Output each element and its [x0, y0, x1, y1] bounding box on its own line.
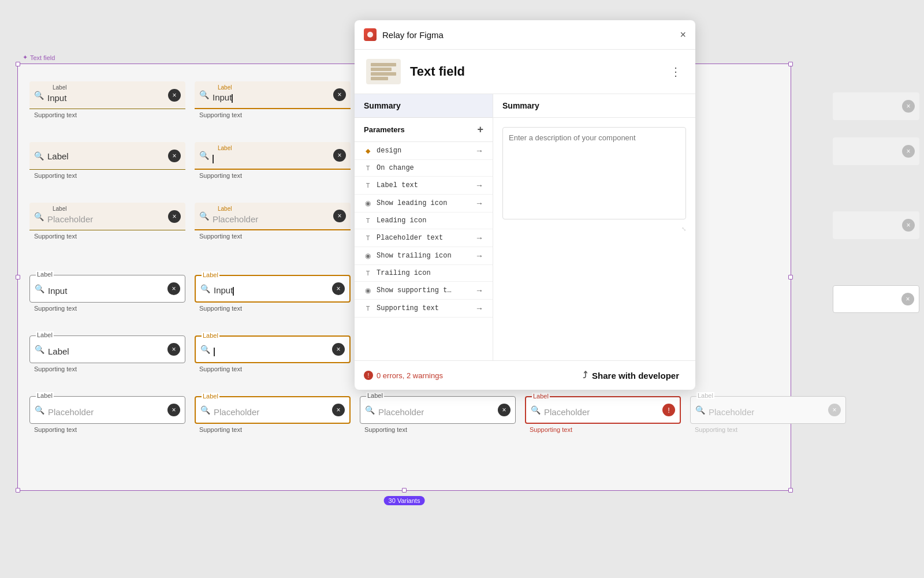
param-placeholder-text[interactable]: T Placeholder text →	[355, 229, 493, 247]
tf-input-filled-2[interactable]: Label 🔍 Input ×	[195, 81, 351, 109]
supporting-text-ph1: Supporting text	[29, 233, 185, 240]
tf-label-oe1: Label	[36, 331, 54, 338]
right-clear-3[interactable]: ×	[902, 219, 915, 232]
clear-btn-o2[interactable]: ×	[332, 282, 345, 295]
tf-input-outlined-1[interactable]: Label 🔍 Input ×	[29, 275, 185, 303]
clear-btn-ofe[interactable]: ×	[332, 343, 345, 356]
tf-input-outlined-focused-empty[interactable]: Label 🔍 ×	[195, 335, 351, 363]
param-name-labeltext: Label text	[377, 181, 471, 189]
clear-btn-2[interactable]: ×	[333, 88, 346, 101]
share-icon: ⤴	[583, 370, 587, 381]
param-show-supporting[interactable]: ◉ Show supporting t… →	[355, 282, 493, 300]
param-design[interactable]: ◆ design →	[355, 142, 493, 160]
tf-input-filled-ph-2[interactable]: Label 🔍 Placeholder ×	[195, 203, 351, 230]
corner-handle-tr[interactable]	[788, 62, 793, 66]
supporting-text-oph3: Supporting text	[360, 426, 516, 433]
tf-input-filled-ph-1[interactable]: Label 🔍 Placeholder ×	[29, 203, 185, 230]
tf-input-filled-1[interactable]: Label 🔍 Input ×	[29, 81, 185, 109]
param-name-showsupporting: Show supporting t…	[377, 286, 471, 294]
corner-handle-bm[interactable]	[402, 488, 407, 493]
clear-btn-e1[interactable]: ×	[168, 150, 181, 162]
param-arrow-labeltext: →	[475, 181, 483, 190]
share-label: Share with developer	[592, 371, 679, 381]
clear-btn-1[interactable]: ×	[168, 89, 181, 102]
tf-input-filled-empty-1[interactable]: 🔍 Label ×	[29, 142, 185, 170]
tf-label-oph2: Label	[202, 393, 219, 400]
tf-value-fe	[213, 147, 330, 163]
frame-label: ✦ Text field	[23, 54, 55, 61]
right-card-4: ×	[833, 285, 919, 313]
tf-variant-filled-focused-input: Label 🔍 Input × Supporting text	[195, 81, 351, 118]
search-icon-oph2: 🔍	[200, 405, 210, 415]
clear-btn-oe1[interactable]: ×	[167, 343, 180, 356]
tf-input-outlined-error[interactable]: Label 🔍 Placeholder !	[525, 396, 681, 424]
param-show-trailing-icon[interactable]: ◉ Show trailing icon →	[355, 247, 493, 265]
relay-panel: Relay for Figma × Text field ⋮ Summary	[355, 20, 695, 390]
tf-input-outlined-2[interactable]: Label 🔍 Input ×	[195, 275, 351, 303]
component-name: Text field	[410, 64, 658, 79]
clear-btn-oph2[interactable]: ×	[332, 404, 345, 416]
corner-handle-br[interactable]	[788, 488, 793, 493]
right-clear-1[interactable]: ×	[902, 100, 915, 113]
tf-input-filled-focused-empty[interactable]: Label 🔍 ×	[195, 142, 351, 170]
param-trailing-icon[interactable]: T Trailing icon	[355, 265, 493, 282]
tf-input-outlined-ph-3[interactable]: Label 🔍 Placeholder ×	[360, 396, 516, 424]
tf-input-outlined-ph-1[interactable]: Label 🔍 Placeholder ×	[29, 396, 185, 424]
tf-input-outlined-empty-1[interactable]: Label 🔍 Label ×	[29, 335, 185, 363]
tf-value-ofe	[214, 342, 329, 356]
tf-value-ph1: Placeholder	[47, 208, 165, 224]
clear-btn-oph1[interactable]: ×	[167, 404, 180, 416]
param-show-leading-icon[interactable]: ◉ Show leading icon →	[355, 195, 493, 212]
param-supporting-text[interactable]: T Supporting text →	[355, 300, 493, 318]
tf-variant-outlined-ph-2: Label 🔍 Placeholder × Supporting text	[195, 396, 351, 433]
clear-btn-oph3[interactable]: ×	[498, 404, 511, 416]
param-arrow-showtrailing: →	[475, 251, 483, 260]
param-name-leadingicon: Leading icon	[377, 217, 483, 225]
corner-handle-bl[interactable]	[16, 488, 20, 493]
tf-label-error: Label	[532, 393, 550, 400]
tf-variant-outlined-focused-empty: Label 🔍 × Supporting text	[195, 335, 351, 374]
add-param-button[interactable]: +	[477, 124, 483, 136]
right-clear-2[interactable]: ×	[902, 145, 915, 158]
tf-value-1: Input	[47, 87, 165, 103]
right-card-2: ×	[833, 137, 919, 165]
description-textarea[interactable]	[502, 127, 686, 219]
close-button[interactable]: ×	[680, 29, 686, 40]
param-on-change[interactable]: T On change	[355, 160, 493, 177]
tf-variant-filled-default-input: Label 🔍 Input × Supporting text	[29, 81, 185, 118]
showtrailing-type-icon: ◉	[364, 252, 372, 260]
textarea-resize-handle[interactable]: ⤡	[681, 226, 686, 232]
corner-handle-ml[interactable]	[16, 275, 20, 279]
search-icon-fe: 🔍	[199, 151, 209, 160]
supportingtext-type-icon: T	[364, 305, 372, 312]
tf-variant-outlined-empty-1: Label 🔍 Label × Supporting text	[29, 335, 185, 374]
supporting-text-o1: Supporting text	[29, 305, 185, 312]
supporting-text-o2: Supporting text	[195, 305, 351, 312]
corner-handle-mr[interactable]	[788, 275, 793, 279]
clear-btn-o1[interactable]: ×	[167, 282, 180, 295]
panel-footer: ! 0 errors, 2 warnings ⤴ Share with deve…	[355, 360, 695, 390]
right-clear-4[interactable]: ×	[901, 293, 914, 305]
corner-handle-tl[interactable]	[16, 62, 20, 66]
param-label-text[interactable]: T Label text →	[355, 177, 493, 195]
param-leading-icon[interactable]: T Leading icon	[355, 212, 493, 229]
panel-right-column: Summary ⤡	[493, 94, 695, 360]
component-thumbnail	[366, 59, 401, 84]
search-icon-e1: 🔍	[34, 151, 44, 161]
more-options-button[interactable]: ⋮	[668, 62, 684, 81]
trailingicon-type-icon: T	[364, 270, 372, 277]
tf-input-outlined-ph-2[interactable]: Label 🔍 Placeholder ×	[195, 396, 351, 424]
clear-btn-ph2[interactable]: ×	[333, 210, 346, 222]
left-summary-header: Summary	[355, 94, 493, 118]
tf-variant-outlined-ph-1: Label 🔍 Placeholder × Supporting text	[29, 396, 185, 433]
tf-label-o1: Label	[36, 271, 54, 278]
clear-btn-ph1[interactable]: ×	[168, 210, 181, 223]
params-header: Parameters +	[355, 118, 493, 142]
relay-logo	[364, 28, 377, 41]
share-with-developer-button[interactable]: ⤴ Share with developer	[576, 367, 686, 384]
param-arrow-placeholder: →	[475, 233, 483, 243]
clear-btn-disabled: ×	[828, 404, 841, 416]
search-icon-oe1: 🔍	[35, 345, 44, 354]
tf-label-oph1: Label	[36, 392, 54, 399]
clear-btn-fe[interactable]: ×	[333, 149, 346, 162]
